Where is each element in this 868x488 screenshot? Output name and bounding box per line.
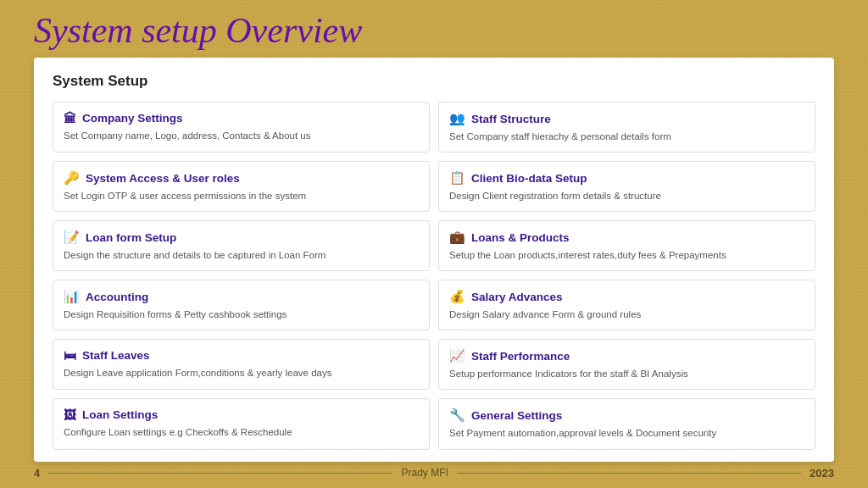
card-desc-4: Design the structure and details to be c… — [64, 248, 419, 262]
footer: 4 Prady MFI 2023 — [34, 467, 834, 480]
card-desc-2: Set Login OTP & user access permissions … — [64, 189, 419, 202]
card-title-8: 🛏Staff Leaves — [64, 348, 419, 363]
card-title-text-0: Company Settings — [82, 112, 183, 125]
setup-card-2[interactable]: 🔑System Access & User rolesSet Login OTP… — [53, 161, 430, 212]
card-desc-7: Design Salary advance Form & ground rule… — [449, 308, 804, 321]
card-title-7: 💰Salary Advances — [449, 289, 804, 304]
card-title-text-10: Loan Settings — [82, 408, 158, 421]
card-icon-8: 🛏 — [64, 348, 76, 363]
card-title-text-2: System Access & User roles — [86, 172, 240, 185]
card-title-2: 🔑System Access & User roles — [64, 170, 419, 186]
card-desc-10: Configure Loan settings e.g Checkoffs & … — [64, 425, 419, 439]
card-title-11: 🔧General Settings — [449, 408, 804, 423]
card-desc-0: Set Company name, Logo, address, Contact… — [64, 129, 419, 142]
card-title-text-1: Staff Structure — [471, 113, 551, 125]
setup-card-6[interactable]: 📊AccountingDesign Requisition forms & Pe… — [53, 280, 430, 330]
card-title-10: 🖼Loan Settings — [64, 408, 419, 422]
card-title-text-9: Staff Performance — [471, 350, 570, 363]
card-title-text-5: Loans & Products — [471, 231, 570, 244]
footer-center-text: Prady MFI — [401, 467, 448, 479]
setup-card-1[interactable]: 👥Staff StructureSet Company staff hierac… — [438, 102, 815, 152]
main-card: System Setup 🏛Company SettingsSet Compan… — [34, 58, 834, 462]
setup-card-4[interactable]: 📝Loan form SetupDesign the structure and… — [53, 220, 430, 271]
card-icon-10: 🖼 — [64, 408, 76, 422]
system-setup-heading: System Setup — [53, 73, 815, 90]
cards-grid: 🏛Company SettingsSet Company name, Logo,… — [53, 102, 815, 450]
card-title-0: 🏛Company Settings — [64, 111, 419, 125]
card-desc-11: Set Payment automation,approval levels &… — [449, 426, 804, 440]
footer-line-right — [457, 473, 801, 474]
card-title-text-8: Staff Leaves — [82, 349, 150, 362]
card-title-9: 📈Staff Performance — [449, 348, 804, 363]
card-desc-6: Design Requisition forms & Petty cashboo… — [64, 308, 419, 321]
card-title-5: 💼Loans & Products — [449, 230, 804, 245]
card-title-text-11: General Settings — [471, 409, 562, 422]
card-desc-8: Design Leave application Form,conditions… — [64, 366, 419, 380]
card-title-text-3: Client Bio-data Setup — [471, 172, 587, 185]
card-desc-1: Set Company staff hierachy & personal de… — [449, 130, 804, 143]
footer-year: 2023 — [810, 467, 834, 480]
setup-card-5[interactable]: 💼Loans & ProductsSetup the Loan products… — [438, 220, 815, 271]
card-title-text-6: Accounting — [86, 291, 148, 303]
setup-card-8[interactable]: 🛏Staff LeavesDesign Leave application Fo… — [53, 339, 430, 390]
card-title-text-4: Loan form Setup — [86, 231, 176, 244]
setup-card-11[interactable]: 🔧General SettingsSet Payment automation,… — [438, 398, 815, 449]
card-icon-3: 📋 — [449, 170, 465, 186]
card-icon-2: 🔑 — [64, 170, 80, 186]
setup-card-0[interactable]: 🏛Company SettingsSet Company name, Logo,… — [53, 102, 430, 152]
card-icon-6: 📊 — [64, 289, 80, 304]
footer-line-left — [48, 473, 392, 474]
setup-card-9[interactable]: 📈Staff PerformanceSetup performance Indi… — [438, 339, 815, 390]
card-title-text-7: Salary Advances — [471, 291, 563, 303]
card-title-1: 👥Staff Structure — [449, 111, 804, 126]
card-icon-4: 📝 — [64, 230, 80, 245]
card-icon-0: 🏛 — [64, 111, 76, 125]
card-title-4: 📝Loan form Setup — [64, 230, 419, 245]
card-icon-9: 📈 — [449, 348, 465, 363]
card-icon-11: 🔧 — [449, 408, 465, 423]
card-icon-5: 💼 — [449, 230, 465, 245]
card-icon-7: 💰 — [449, 289, 465, 304]
page-title: System setup Overview — [0, 0, 868, 58]
setup-card-10[interactable]: 🖼Loan SettingsConfigure Loan settings e.… — [53, 398, 430, 449]
card-desc-3: Design Client registration form details … — [449, 189, 804, 202]
card-title-6: 📊Accounting — [64, 289, 419, 304]
card-desc-9: Setup performance Indicators for the sta… — [449, 367, 804, 380]
setup-card-7[interactable]: 💰Salary AdvancesDesign Salary advance Fo… — [438, 280, 815, 330]
card-desc-5: Setup the Loan products,interest rates,d… — [449, 248, 804, 262]
setup-card-3[interactable]: 📋Client Bio-data SetupDesign Client regi… — [438, 161, 815, 212]
card-icon-1: 👥 — [449, 111, 465, 126]
footer-page-number: 4 — [34, 467, 40, 480]
card-title-3: 📋Client Bio-data Setup — [449, 170, 804, 186]
